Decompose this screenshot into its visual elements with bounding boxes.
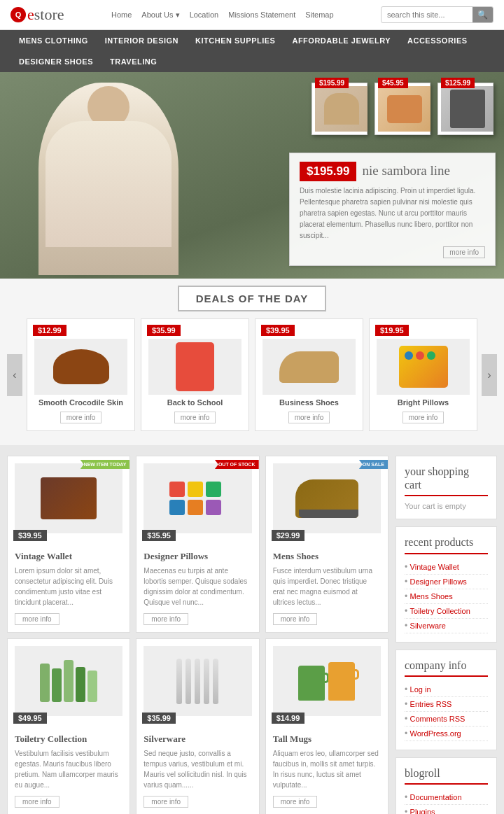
deal-price-3: $39.95 [261, 325, 295, 336]
search-button[interactable]: 🔍 [472, 7, 493, 22]
hero-info-box: $195.99 nie sambora line Duis molestie l… [289, 153, 496, 266]
sidebar-blogroll: blogroll Documentation Plugins Suggest I… [396, 757, 497, 814]
product-price-3: $29.99 [272, 530, 305, 541]
product-img-3 [273, 463, 381, 533]
products-grid: NEW ITEM TODAY $39.95 Vintage Wallet Lor… [7, 456, 388, 814]
main-content: NEW ITEM TODAY $39.95 Vintage Wallet Lor… [0, 445, 504, 814]
product-more-1[interactable]: more info [15, 613, 59, 625]
product-more-6[interactable]: more info [273, 796, 318, 808]
product-name-4: Toiletry Collection [15, 734, 122, 745]
header: Q estore Home About Us ▾ Location Missio… [0, 0, 504, 30]
nav-sitemap[interactable]: Sitemap [305, 10, 333, 20]
sidebar-blogroll-list: Documentation Plugins Suggest Ideas Supp… [405, 790, 488, 814]
deal-card-4: $19.95 Bright Pillows more info [369, 318, 477, 431]
product-img-4 [15, 646, 122, 716]
deals-prev-arrow[interactable]: ‹ [7, 354, 22, 396]
hero-thumb-1[interactable]: $195.99 [312, 83, 368, 135]
product-name-1: Vintage Wallet [15, 551, 122, 562]
sidebar-company-list: Log in Entries RSS Comments RSS WordPres… [405, 682, 488, 741]
sidebar-company-item-4: WordPress.org [405, 727, 488, 741]
deal-more-2[interactable]: more info [174, 412, 216, 423]
product-img-2 [144, 463, 251, 533]
nav-about[interactable]: About Us ▾ [141, 10, 179, 20]
product-name-5: Silverware [144, 734, 251, 745]
product-price-5: $35.99 [142, 713, 176, 724]
hero-featured-desc: Duis molestie lacinia adipiscing. Proin … [300, 185, 485, 241]
deal-more-4[interactable]: more info [402, 412, 444, 423]
deals-items: $12.99 Smooth Crocodile Skin more info $… [22, 318, 482, 431]
hero-price-2: $45.95 [378, 78, 408, 88]
deal-name-3: Business Shoes [262, 398, 356, 407]
deal-card-3: $39.95 Business Shoes more info [255, 318, 363, 431]
deals-next-arrow[interactable]: › [482, 354, 497, 396]
product-card-5: $35.99 Silverware Sed neque justo, conva… [136, 638, 259, 814]
sidebar-blogroll-title: blogroll [405, 766, 488, 785]
product-more-3[interactable]: more info [273, 613, 318, 625]
hero-thumb-3[interactable]: $125.99 [438, 83, 493, 135]
nav-home[interactable]: Home [111, 10, 132, 20]
sidebar: your shopping cart Your cart is empty re… [396, 456, 497, 814]
sidebar-recent-title: recent products [405, 535, 488, 554]
hero-featured-price: $195.99 [300, 162, 356, 181]
product-img-5 [144, 646, 251, 716]
product-card-3: ON SALE $29.99 Mens Shoes Fusce interdum… [265, 456, 388, 633]
product-img-6 [273, 646, 381, 716]
sidebar-cart-empty: Your cart is empty [405, 502, 488, 510]
product-card-1: NEW ITEM TODAY $39.95 Vintage Wallet Lor… [7, 456, 130, 633]
product-badge-1: NEW ITEM TODAY [80, 460, 130, 469]
deals-section: DEALS OF THE DAY ‹ $12.99 Smooth Crocodi… [0, 279, 504, 445]
product-desc-1: Lorem ipsum dolor sit amet, consectetur … [15, 566, 122, 608]
deal-name-2: Back to School [148, 398, 241, 407]
main-nav: Home About Us ▾ Location Missions Statem… [111, 10, 334, 20]
sidebar-blogroll-item-1: Documentation [405, 790, 488, 805]
product-price-6: $14.99 [272, 713, 305, 724]
sidebar-blogroll-item-2: Plugins [405, 805, 488, 814]
product-card-2: OUT OF STOCK $35.95 Designer Pillows Mae… [136, 456, 259, 633]
deals-title: DEALS OF THE DAY [178, 286, 326, 311]
sidebar-recent-item-3: Mens Shoes [405, 589, 488, 604]
product-desc-6: Aliquam eros leo, ullamcorper sed faucib… [273, 748, 381, 790]
product-price-4: $49.95 [13, 713, 47, 724]
nav-traveling[interactable]: TRAVELING [102, 51, 165, 72]
deal-price-4: $19.95 [375, 325, 409, 336]
hero-featured-title: nie sambora line [362, 163, 450, 178]
product-more-2[interactable]: more info [144, 613, 188, 625]
deal-card-2: $35.99 Back to School more info [141, 318, 249, 431]
deal-card-1: $12.99 Smooth Crocodile Skin more info [27, 318, 135, 431]
nav-interior-design[interactable]: INTERIOR DESIGN [97, 30, 187, 51]
nav-accessories[interactable]: ACCESSORIES [399, 30, 476, 51]
hero-banner: $195.99 $45.95 $125.99 $195.99 nie sambo… [0, 72, 504, 279]
hero-price-1: $195.99 [315, 78, 349, 88]
sidebar-company-item-2: Entries RSS [405, 697, 488, 712]
sidebar-recent-item-1: Vintage Wallet [405, 560, 488, 575]
product-img-1 [15, 463, 122, 533]
hero-more-info[interactable]: more info [443, 246, 485, 258]
product-more-4[interactable]: more info [15, 796, 59, 808]
hero-person-image [21, 83, 196, 279]
nav-designer-shoes[interactable]: DESIGNER SHOES [10, 51, 102, 72]
product-desc-5: Sed neque justo, convallis a tempus vari… [144, 748, 251, 790]
nav-mens-clothing[interactable]: MENS CLOTHING [10, 30, 97, 51]
sidebar-recent-item-5: Silverware [405, 619, 488, 633]
sidebar-recent-list: Vintage Wallet Designer Pillows Mens Sho… [405, 560, 488, 633]
hero-thumb-2[interactable]: $45.95 [374, 83, 430, 135]
logo: Q estore [10, 6, 64, 24]
product-more-5[interactable]: more info [144, 796, 188, 808]
product-desc-3: Fusce interdum vestibulum urna quis impe… [273, 566, 381, 608]
nav-kitchen-supplies[interactable]: KITCHEN SUPPLIES [187, 30, 284, 51]
nav-affordable-jewelry[interactable]: AFFORDABLE JEWELRY [284, 30, 399, 51]
product-name-2: Designer Pillows [144, 551, 251, 562]
nav-location[interactable]: Location [190, 10, 219, 20]
sidebar-company: company info Log in Entries RSS Comments… [396, 650, 497, 750]
deal-price-1: $12.99 [33, 325, 66, 336]
nav-missions[interactable]: Missions Statement [228, 10, 295, 20]
deal-more-1[interactable]: more info [60, 412, 102, 423]
product-price-2: $35.95 [142, 530, 176, 541]
deal-more-3[interactable]: more info [288, 412, 330, 423]
sidebar-company-title: company info [405, 659, 488, 677]
search-input[interactable] [382, 8, 472, 22]
top-nav: MENS CLOTHING INTERIOR DESIGN KITCHEN SU… [0, 30, 504, 72]
sidebar-company-item-3: Comments RSS [405, 712, 488, 727]
product-card-6: $14.99 Tall Mugs Aliquam eros leo, ullam… [265, 638, 388, 814]
product-badge-2: OUT OF STOCK [215, 460, 259, 469]
